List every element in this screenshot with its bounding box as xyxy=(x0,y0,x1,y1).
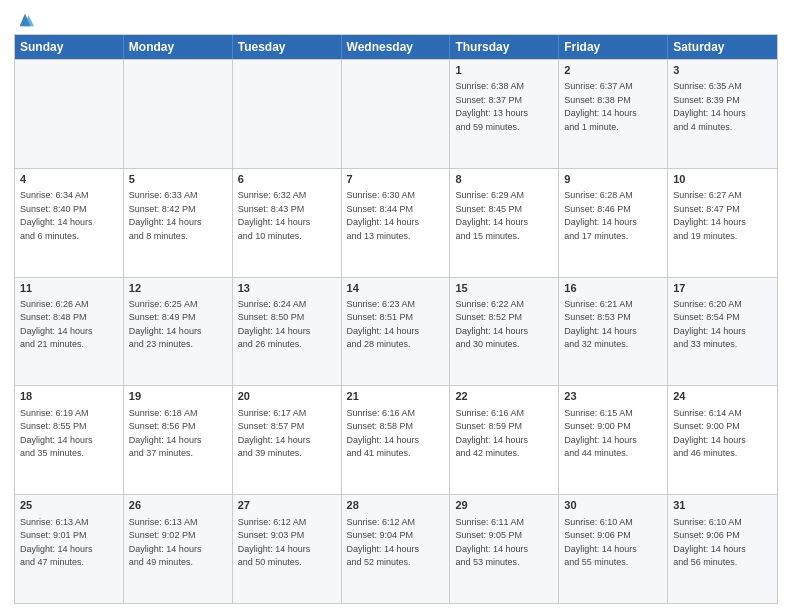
calendar-row: 1Sunrise: 6:38 AM Sunset: 8:37 PM Daylig… xyxy=(15,59,777,168)
cell-day-number: 12 xyxy=(129,281,227,296)
cell-day-number: 17 xyxy=(673,281,772,296)
cell-info: Sunrise: 6:29 AM Sunset: 8:45 PM Dayligh… xyxy=(455,189,553,243)
cell-day-number: 11 xyxy=(20,281,118,296)
cell-day-number: 23 xyxy=(564,389,662,404)
calendar-header-cell: Monday xyxy=(124,35,233,59)
cell-info: Sunrise: 6:35 AM Sunset: 8:39 PM Dayligh… xyxy=(673,80,772,134)
calendar-cell: 4Sunrise: 6:34 AM Sunset: 8:40 PM Daylig… xyxy=(15,169,124,277)
cell-day-number: 1 xyxy=(455,63,553,78)
cell-day-number: 3 xyxy=(673,63,772,78)
cell-day-number: 14 xyxy=(347,281,445,296)
cell-info: Sunrise: 6:14 AM Sunset: 9:00 PM Dayligh… xyxy=(673,407,772,461)
calendar-cell: 8Sunrise: 6:29 AM Sunset: 8:45 PM Daylig… xyxy=(450,169,559,277)
calendar-cell: 16Sunrise: 6:21 AM Sunset: 8:53 PM Dayli… xyxy=(559,278,668,386)
cell-info: Sunrise: 6:27 AM Sunset: 8:47 PM Dayligh… xyxy=(673,189,772,243)
cell-day-number: 8 xyxy=(455,172,553,187)
calendar-cell: 24Sunrise: 6:14 AM Sunset: 9:00 PM Dayli… xyxy=(668,386,777,494)
cell-info: Sunrise: 6:13 AM Sunset: 9:02 PM Dayligh… xyxy=(129,516,227,570)
calendar-cell: 14Sunrise: 6:23 AM Sunset: 8:51 PM Dayli… xyxy=(342,278,451,386)
cell-day-number: 5 xyxy=(129,172,227,187)
cell-day-number: 9 xyxy=(564,172,662,187)
cell-day-number: 20 xyxy=(238,389,336,404)
calendar-cell: 29Sunrise: 6:11 AM Sunset: 9:05 PM Dayli… xyxy=(450,495,559,603)
calendar-cell: 10Sunrise: 6:27 AM Sunset: 8:47 PM Dayli… xyxy=(668,169,777,277)
cell-info: Sunrise: 6:12 AM Sunset: 9:03 PM Dayligh… xyxy=(238,516,336,570)
logo xyxy=(14,10,34,28)
cell-info: Sunrise: 6:16 AM Sunset: 8:59 PM Dayligh… xyxy=(455,407,553,461)
calendar-cell xyxy=(342,60,451,168)
calendar-row: 11Sunrise: 6:26 AM Sunset: 8:48 PM Dayli… xyxy=(15,277,777,386)
calendar-header-cell: Sunday xyxy=(15,35,124,59)
calendar-cell: 13Sunrise: 6:24 AM Sunset: 8:50 PM Dayli… xyxy=(233,278,342,386)
cell-day-number: 2 xyxy=(564,63,662,78)
calendar-cell: 26Sunrise: 6:13 AM Sunset: 9:02 PM Dayli… xyxy=(124,495,233,603)
cell-day-number: 10 xyxy=(673,172,772,187)
cell-day-number: 28 xyxy=(347,498,445,513)
cell-info: Sunrise: 6:19 AM Sunset: 8:55 PM Dayligh… xyxy=(20,407,118,461)
cell-day-number: 15 xyxy=(455,281,553,296)
cell-info: Sunrise: 6:15 AM Sunset: 9:00 PM Dayligh… xyxy=(564,407,662,461)
cell-info: Sunrise: 6:33 AM Sunset: 8:42 PM Dayligh… xyxy=(129,189,227,243)
calendar-cell: 9Sunrise: 6:28 AM Sunset: 8:46 PM Daylig… xyxy=(559,169,668,277)
cell-info: Sunrise: 6:21 AM Sunset: 8:53 PM Dayligh… xyxy=(564,298,662,352)
cell-info: Sunrise: 6:17 AM Sunset: 8:57 PM Dayligh… xyxy=(238,407,336,461)
calendar-cell: 17Sunrise: 6:20 AM Sunset: 8:54 PM Dayli… xyxy=(668,278,777,386)
calendar-cell: 6Sunrise: 6:32 AM Sunset: 8:43 PM Daylig… xyxy=(233,169,342,277)
cell-info: Sunrise: 6:37 AM Sunset: 8:38 PM Dayligh… xyxy=(564,80,662,134)
cell-info: Sunrise: 6:13 AM Sunset: 9:01 PM Dayligh… xyxy=(20,516,118,570)
calendar: SundayMondayTuesdayWednesdayThursdayFrid… xyxy=(14,34,778,604)
cell-info: Sunrise: 6:23 AM Sunset: 8:51 PM Dayligh… xyxy=(347,298,445,352)
calendar-cell: 7Sunrise: 6:30 AM Sunset: 8:44 PM Daylig… xyxy=(342,169,451,277)
calendar-cell xyxy=(15,60,124,168)
cell-day-number: 22 xyxy=(455,389,553,404)
cell-day-number: 16 xyxy=(564,281,662,296)
cell-info: Sunrise: 6:38 AM Sunset: 8:37 PM Dayligh… xyxy=(455,80,553,134)
page: SundayMondayTuesdayWednesdayThursdayFrid… xyxy=(0,0,792,612)
cell-info: Sunrise: 6:30 AM Sunset: 8:44 PM Dayligh… xyxy=(347,189,445,243)
calendar-cell: 28Sunrise: 6:12 AM Sunset: 9:04 PM Dayli… xyxy=(342,495,451,603)
cell-info: Sunrise: 6:22 AM Sunset: 8:52 PM Dayligh… xyxy=(455,298,553,352)
cell-day-number: 31 xyxy=(673,498,772,513)
cell-info: Sunrise: 6:20 AM Sunset: 8:54 PM Dayligh… xyxy=(673,298,772,352)
calendar-cell: 27Sunrise: 6:12 AM Sunset: 9:03 PM Dayli… xyxy=(233,495,342,603)
calendar-cell: 25Sunrise: 6:13 AM Sunset: 9:01 PM Dayli… xyxy=(15,495,124,603)
cell-info: Sunrise: 6:25 AM Sunset: 8:49 PM Dayligh… xyxy=(129,298,227,352)
logo-icon xyxy=(16,10,34,28)
cell-day-number: 18 xyxy=(20,389,118,404)
cell-day-number: 29 xyxy=(455,498,553,513)
cell-info: Sunrise: 6:34 AM Sunset: 8:40 PM Dayligh… xyxy=(20,189,118,243)
cell-day-number: 19 xyxy=(129,389,227,404)
cell-info: Sunrise: 6:24 AM Sunset: 8:50 PM Dayligh… xyxy=(238,298,336,352)
calendar-cell: 11Sunrise: 6:26 AM Sunset: 8:48 PM Dayli… xyxy=(15,278,124,386)
cell-info: Sunrise: 6:26 AM Sunset: 8:48 PM Dayligh… xyxy=(20,298,118,352)
calendar-header-cell: Friday xyxy=(559,35,668,59)
cell-day-number: 30 xyxy=(564,498,662,513)
calendar-cell xyxy=(233,60,342,168)
cell-day-number: 4 xyxy=(20,172,118,187)
calendar-row: 18Sunrise: 6:19 AM Sunset: 8:55 PM Dayli… xyxy=(15,385,777,494)
cell-day-number: 7 xyxy=(347,172,445,187)
calendar-cell: 31Sunrise: 6:10 AM Sunset: 9:06 PM Dayli… xyxy=(668,495,777,603)
cell-day-number: 24 xyxy=(673,389,772,404)
calendar-cell: 23Sunrise: 6:15 AM Sunset: 9:00 PM Dayli… xyxy=(559,386,668,494)
calendar-cell: 22Sunrise: 6:16 AM Sunset: 8:59 PM Dayli… xyxy=(450,386,559,494)
calendar-header-cell: Wednesday xyxy=(342,35,451,59)
calendar-cell: 18Sunrise: 6:19 AM Sunset: 8:55 PM Dayli… xyxy=(15,386,124,494)
calendar-cell xyxy=(124,60,233,168)
calendar-cell: 19Sunrise: 6:18 AM Sunset: 8:56 PM Dayli… xyxy=(124,386,233,494)
cell-info: Sunrise: 6:16 AM Sunset: 8:58 PM Dayligh… xyxy=(347,407,445,461)
calendar-cell: 30Sunrise: 6:10 AM Sunset: 9:06 PM Dayli… xyxy=(559,495,668,603)
calendar-cell: 21Sunrise: 6:16 AM Sunset: 8:58 PM Dayli… xyxy=(342,386,451,494)
calendar-row: 4Sunrise: 6:34 AM Sunset: 8:40 PM Daylig… xyxy=(15,168,777,277)
calendar-header-cell: Tuesday xyxy=(233,35,342,59)
calendar-cell: 20Sunrise: 6:17 AM Sunset: 8:57 PM Dayli… xyxy=(233,386,342,494)
calendar-cell: 2Sunrise: 6:37 AM Sunset: 8:38 PM Daylig… xyxy=(559,60,668,168)
calendar-cell: 3Sunrise: 6:35 AM Sunset: 8:39 PM Daylig… xyxy=(668,60,777,168)
calendar-header-cell: Thursday xyxy=(450,35,559,59)
cell-info: Sunrise: 6:10 AM Sunset: 9:06 PM Dayligh… xyxy=(564,516,662,570)
calendar-header-cell: Saturday xyxy=(668,35,777,59)
cell-info: Sunrise: 6:11 AM Sunset: 9:05 PM Dayligh… xyxy=(455,516,553,570)
header xyxy=(14,10,778,28)
calendar-cell: 15Sunrise: 6:22 AM Sunset: 8:52 PM Dayli… xyxy=(450,278,559,386)
cell-day-number: 26 xyxy=(129,498,227,513)
